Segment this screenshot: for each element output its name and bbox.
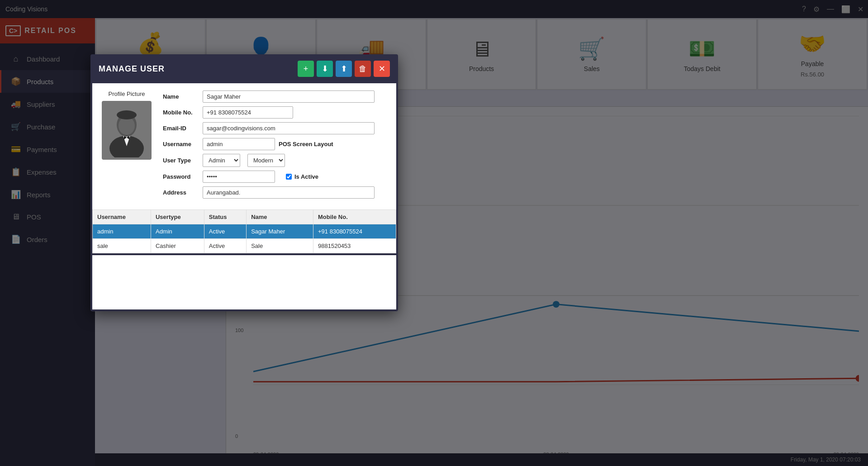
col-username: Username xyxy=(93,210,151,224)
cell-status: Active xyxy=(204,239,246,253)
form-section: Name Mobile No. Email-ID Username POS Sc… xyxy=(163,90,389,202)
usertype-row: User Type Admin Cashier Modern Classic xyxy=(163,154,389,167)
svg-point-13 xyxy=(117,110,137,119)
col-mobile: Mobile No. xyxy=(313,210,396,224)
cell-mobile: 9881520453 xyxy=(313,239,396,253)
mobile-row: Mobile No. xyxy=(163,106,389,119)
email-input[interactable] xyxy=(203,122,375,134)
table-row[interactable]: sale Cashier Active Sale 9881520453 xyxy=(93,239,396,253)
modal-header: MANAGE USER + ⬇ ⬆ 🗑 ✕ xyxy=(90,54,398,83)
modal-actions: + ⬇ ⬆ 🗑 ✕ xyxy=(298,61,390,77)
upload-button[interactable]: ⬆ xyxy=(336,61,352,77)
profile-section: Profile Picture xyxy=(100,90,154,202)
manage-user-modal: MANAGE USER + ⬇ ⬆ 🗑 ✕ Profile Picture xyxy=(90,54,398,311)
mobile-label: Mobile No. xyxy=(163,109,199,116)
user-table: Username Usertype Status Name Mobile No.… xyxy=(92,209,396,253)
col-usertype: Usertype xyxy=(151,210,204,224)
modal-empty-area xyxy=(92,255,396,309)
password-label: Password xyxy=(163,173,199,180)
cell-username: admin xyxy=(93,224,151,239)
download-button[interactable]: ⬇ xyxy=(317,61,333,77)
modal-title: MANAGE USER xyxy=(99,64,165,74)
is-active-label: Is Active xyxy=(294,173,318,180)
name-input[interactable] xyxy=(203,90,375,103)
pos-layout-label: POS Screen Layout xyxy=(279,141,337,147)
delete-button[interactable]: 🗑 xyxy=(355,61,371,77)
usertype-select[interactable]: Admin Cashier xyxy=(203,154,240,167)
mobile-input[interactable] xyxy=(203,106,293,119)
password-row: Password Is Active xyxy=(163,171,389,183)
table-row[interactable]: admin Admin Active Sagar Maher +91 83080… xyxy=(93,224,396,239)
address-row: Address xyxy=(163,186,389,199)
cell-username: sale xyxy=(93,239,151,253)
cell-status: Active xyxy=(204,224,246,239)
cell-usertype: Admin xyxy=(151,224,204,239)
address-input[interactable] xyxy=(203,186,375,199)
pos-layout-select[interactable]: Modern Classic xyxy=(247,154,285,167)
name-row: Name xyxy=(163,90,389,103)
profile-avatar xyxy=(102,101,152,160)
cell-mobile: +91 8308075524 xyxy=(313,224,396,239)
profile-label: Profile Picture xyxy=(109,90,145,97)
name-label: Name xyxy=(163,93,199,100)
email-label: Email-ID xyxy=(163,125,199,132)
username-label: Username xyxy=(163,141,199,147)
modal-close-button[interactable]: ✕ xyxy=(374,61,390,77)
usertype-label: User Type xyxy=(163,157,199,164)
cell-usertype: Cashier xyxy=(151,239,204,253)
add-button[interactable]: + xyxy=(298,61,314,77)
col-name: Name xyxy=(247,210,313,224)
col-status: Status xyxy=(204,210,246,224)
cell-name: Sale xyxy=(247,239,313,253)
is-active-row: Is Active xyxy=(286,173,318,180)
cell-name: Sagar Maher xyxy=(247,224,313,239)
is-active-checkbox[interactable] xyxy=(286,174,292,180)
password-input[interactable] xyxy=(203,171,275,183)
username-row: Username POS Screen Layout xyxy=(163,138,389,150)
modal-body: Profile Picture xyxy=(92,83,396,209)
modal-table-section: Username Usertype Status Name Mobile No.… xyxy=(92,209,396,253)
username-input[interactable] xyxy=(203,138,275,150)
address-label: Address xyxy=(163,189,199,196)
email-row: Email-ID xyxy=(163,122,389,134)
avatar-svg xyxy=(104,103,149,157)
